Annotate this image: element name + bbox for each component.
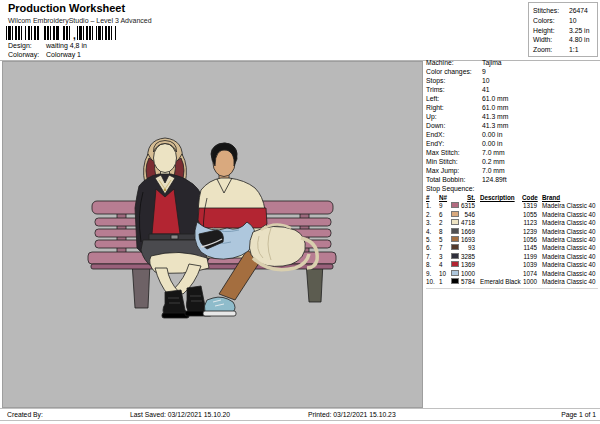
left-value: 61.0 mm bbox=[482, 94, 508, 103]
design-label: Design: bbox=[8, 42, 46, 49]
down-value: 41.3 mm bbox=[482, 121, 508, 130]
colors-value: 10 bbox=[569, 16, 577, 26]
printed-text: Printed: 03/12/2021 15.10.23 bbox=[308, 411, 396, 418]
height-value: 3.25 in bbox=[569, 26, 589, 36]
endy-value: 0.00 in bbox=[482, 139, 502, 148]
barcode-bars-right bbox=[77, 26, 117, 40]
endx-value: 0.00 in bbox=[482, 130, 502, 139]
up-label: Up: bbox=[426, 112, 482, 121]
trims-label: Trims: bbox=[426, 85, 482, 94]
design-barcode: , bbox=[6, 26, 117, 40]
color-changes-label: Color changes: bbox=[426, 67, 482, 76]
max-stitch-value: 7.0 mm bbox=[482, 148, 505, 157]
up-value: 41.3 mm bbox=[482, 112, 508, 121]
right-value: 61.0 mm bbox=[482, 103, 508, 112]
down-label: Down: bbox=[426, 121, 482, 130]
thread-swatch bbox=[451, 228, 459, 234]
thread-swatch bbox=[451, 244, 459, 250]
thread-swatch bbox=[451, 202, 459, 208]
width-value: 4.80 in bbox=[569, 35, 589, 45]
stitches-label: Stitches: bbox=[533, 6, 569, 16]
endx-label: EndX: bbox=[426, 130, 482, 139]
man-figure bbox=[195, 143, 267, 316]
right-label: Right: bbox=[426, 103, 482, 112]
machine-info-panel: Machine:Tajima Color changes:9 Stops:10 … bbox=[426, 58, 598, 184]
barcode-separator: , bbox=[73, 32, 76, 40]
max-jump-label: Max Jump: bbox=[426, 166, 482, 175]
total-bobbin-label: Total Bobbin: bbox=[426, 175, 482, 184]
thread-swatch bbox=[451, 261, 459, 267]
col-code: Code bbox=[522, 194, 539, 202]
col-stitches: St. bbox=[461, 194, 477, 202]
min-stitch-label: Min Stitch: bbox=[426, 157, 482, 166]
stop-row: 8.413691039Madeira Classic 40 bbox=[426, 261, 598, 269]
stop-row: 10.15784Emerald Black1000Madeira Classic… bbox=[426, 278, 598, 286]
max-stitch-label: Max Stitch: bbox=[426, 148, 482, 157]
colors-label: Colors: bbox=[533, 16, 569, 26]
stop-row: 5.516931056Madeira Classic 40 bbox=[426, 236, 598, 244]
colorway-label: Colorway: bbox=[8, 51, 46, 58]
design-summary-box: Stitches:26474 Colors:10 Height:3.25 in … bbox=[528, 2, 598, 57]
production-worksheet-page: { "header": { "title": "Production Works… bbox=[0, 0, 600, 424]
machine-value: Tajima bbox=[482, 58, 502, 67]
stop-row: 3.247181123Madeira Classic 40 bbox=[426, 219, 598, 227]
thread-swatch bbox=[451, 270, 459, 276]
embroidery-design-svg bbox=[3, 62, 422, 407]
page-footer: Created By: Last Saved: 03/12/2021 15.10… bbox=[0, 408, 600, 421]
stop-row: 4.816691239Madeira Classic 40 bbox=[426, 228, 598, 236]
trims-value: 41 bbox=[482, 85, 490, 94]
stop-sequence-table: # N# St. Description Code Brand 1.963151… bbox=[426, 194, 598, 289]
machine-label: Machine: bbox=[426, 58, 482, 67]
page-number: Page 1 of 1 bbox=[561, 411, 596, 418]
min-stitch-value: 0.2 mm bbox=[482, 157, 505, 166]
zoom-value: 1:1 bbox=[569, 45, 578, 55]
zoom-label: Zoom: bbox=[533, 45, 569, 55]
barcode-bars-left bbox=[6, 26, 72, 40]
design-name-row: Design: waiting 4,8 in bbox=[8, 42, 87, 49]
total-bobbin-value: 124.89ft bbox=[482, 175, 507, 184]
endy-label: EndY: bbox=[426, 139, 482, 148]
col-description: Description bbox=[477, 194, 522, 202]
stops-label: Stops: bbox=[426, 76, 482, 85]
thread-swatch bbox=[451, 219, 459, 225]
max-jump-value: 7.0 mm bbox=[482, 166, 505, 175]
width-label: Width: bbox=[533, 35, 569, 45]
stop-sequence-title: Stop Sequence: bbox=[426, 185, 474, 192]
stitches-value: 26474 bbox=[569, 6, 588, 16]
last-saved-text: Last Saved: 03/12/2021 15.10.20 bbox=[130, 411, 230, 418]
stop-row: 9.1010001074Madeira Classic 40 bbox=[426, 270, 598, 278]
stop-table-header: # N# St. Description Code Brand bbox=[426, 194, 598, 202]
stop-row: 7.332851199Madeira Classic 40 bbox=[426, 253, 598, 261]
stop-row: 2.65461055Madeira Classic 40 bbox=[426, 211, 598, 219]
left-label: Left: bbox=[426, 94, 482, 103]
stops-value: 10 bbox=[482, 76, 490, 85]
design-canvas bbox=[2, 61, 423, 408]
design-value: waiting 4,8 in bbox=[46, 42, 87, 49]
col-needle: N# bbox=[439, 194, 449, 202]
colorway-row: Colorway: Colorway 1 bbox=[8, 51, 81, 58]
height-label: Height: bbox=[533, 26, 569, 36]
color-changes-value: 9 bbox=[482, 67, 486, 76]
created-by-label: Created By: bbox=[7, 411, 43, 418]
thread-swatch bbox=[451, 253, 459, 259]
thread-swatch bbox=[451, 278, 459, 284]
thread-swatch bbox=[451, 211, 459, 217]
stop-row: 6.7931145Madeira Classic 40 bbox=[426, 244, 598, 252]
thread-swatch bbox=[451, 236, 459, 242]
col-brand: Brand bbox=[539, 194, 598, 202]
col-num: # bbox=[426, 194, 439, 202]
stop-row: 1.963151319Madeira Classic 40 bbox=[426, 202, 598, 210]
page-title: Production Worksheet bbox=[8, 2, 125, 14]
colorway-value: Colorway 1 bbox=[46, 51, 81, 58]
app-subtitle: Wilcom EmbroideryStudio – Level 3 Advanc… bbox=[8, 17, 152, 24]
